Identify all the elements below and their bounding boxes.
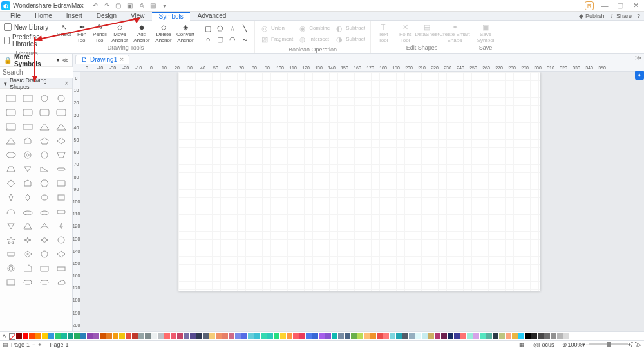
color-swatch[interactable] (126, 333, 131, 339)
color-swatch[interactable] (460, 333, 466, 339)
palette-shape[interactable] (37, 149, 52, 161)
color-swatch[interactable] (512, 333, 518, 339)
tab-home[interactable]: Home (28, 12, 59, 21)
color-swatch[interactable] (390, 333, 395, 339)
share-button[interactable]: ⇪ Share (609, 13, 632, 19)
color-swatch[interactable] (35, 333, 41, 339)
color-swatch[interactable] (473, 333, 479, 339)
color-swatch[interactable] (190, 333, 196, 339)
color-swatch[interactable] (113, 333, 118, 339)
grid-icon[interactable]: ▦ (519, 342, 525, 348)
color-swatch[interactable] (525, 333, 531, 339)
palette-shape[interactable] (54, 206, 68, 217)
color-swatch[interactable] (74, 333, 80, 339)
line-icon[interactable]: ╲ (240, 24, 250, 33)
color-swatch[interactable] (467, 333, 473, 339)
color-swatch[interactable] (415, 333, 421, 339)
more-icon[interactable]: ▾ (161, 2, 169, 10)
tab-file[interactable]: File (4, 12, 27, 21)
color-swatch[interactable] (319, 333, 325, 339)
palette-shape[interactable] (4, 149, 18, 161)
color-swatch[interactable] (196, 333, 202, 339)
curve-icon[interactable]: ～ (240, 35, 250, 44)
move-anchor-button[interactable]: ◇MoveAnchor (110, 22, 129, 43)
color-swatch[interactable] (441, 333, 447, 339)
color-swatch[interactable] (377, 333, 383, 339)
maximize-button[interactable]: ▢ (616, 1, 625, 10)
roundrect-icon[interactable]: ▢ (215, 35, 225, 44)
undo-icon[interactable]: ↶ (91, 2, 99, 10)
color-swatch[interactable] (370, 333, 376, 339)
color-swatch[interactable] (100, 333, 106, 339)
color-swatch[interactable] (396, 333, 402, 339)
palette-shape[interactable] (37, 220, 52, 232)
palette-shape[interactable] (4, 277, 18, 288)
tab-advanced[interactable]: Advanced (191, 12, 232, 21)
palette-shape[interactable] (54, 262, 68, 274)
palette-shape[interactable] (4, 234, 18, 246)
color-swatch[interactable] (287, 333, 292, 339)
color-swatch[interactable] (222, 333, 228, 339)
color-swatch[interactable] (229, 333, 234, 339)
color-swatch[interactable] (551, 333, 556, 339)
pencil-tool-button[interactable]: ✎PencilTool (92, 22, 108, 43)
arc-icon[interactable]: ◠ (227, 35, 238, 44)
palette-shape[interactable] (4, 220, 18, 232)
print-icon[interactable]: ⎙ (138, 2, 146, 10)
color-swatch[interactable] (493, 333, 498, 339)
palette-shape[interactable] (54, 277, 68, 288)
color-swatch[interactable] (138, 333, 144, 339)
palette-shape[interactable] (21, 234, 35, 246)
palette-shape[interactable] (4, 262, 18, 274)
color-swatch[interactable] (248, 333, 254, 339)
color-swatch[interactable] (16, 333, 22, 339)
color-swatch[interactable] (422, 333, 428, 339)
color-swatch[interactable] (357, 333, 363, 339)
color-swatch[interactable] (274, 333, 279, 339)
drawing-page[interactable] (178, 72, 540, 291)
color-swatch[interactable] (203, 333, 209, 339)
color-swatch[interactable] (235, 333, 241, 339)
help-icon[interactable]: ? (637, 13, 640, 19)
page-tab-label[interactable]: Page-1 (11, 342, 30, 348)
palette-shape[interactable] (21, 93, 35, 104)
circle-icon[interactable]: ○ (203, 35, 213, 44)
color-swatch[interactable] (29, 333, 35, 339)
palette-shape[interactable] (21, 121, 35, 133)
palette-shape[interactable] (37, 206, 52, 217)
palette-shape[interactable] (21, 107, 35, 118)
palette-shape[interactable] (21, 277, 35, 288)
color-swatch[interactable] (332, 333, 337, 339)
pentagon-icon[interactable]: ⬠ (215, 24, 225, 33)
palette-shape[interactable] (54, 121, 68, 133)
palette-shape[interactable] (4, 163, 18, 175)
focus-icon[interactable]: ◎ (533, 342, 538, 348)
color-swatch[interactable] (544, 333, 550, 339)
palette-shape[interactable] (37, 234, 52, 246)
focus-label[interactable]: Focus (538, 342, 554, 348)
new-library-button[interactable]: New Library (4, 23, 50, 31)
palette-shape[interactable] (21, 248, 35, 260)
pen-tool-button[interactable]: ✒PenTool (74, 22, 90, 43)
redo-icon[interactable]: ↷ (103, 2, 111, 10)
palette-shape[interactable] (37, 163, 52, 175)
color-swatch[interactable] (383, 333, 389, 339)
color-swatch[interactable] (106, 333, 112, 339)
palette-shape[interactable] (4, 121, 18, 133)
page-tab-icon[interactable]: ▤ (3, 342, 8, 348)
color-swatch[interactable] (499, 333, 505, 339)
select-tool-button[interactable]: ↖Select (56, 22, 71, 43)
add-tab-button[interactable]: + (131, 55, 143, 64)
color-swatch[interactable] (299, 333, 305, 339)
fullscreen-icon[interactable]: ⛶ (631, 342, 637, 348)
palette-shape[interactable] (54, 178, 68, 189)
color-swatch[interactable] (119, 333, 125, 339)
color-swatch[interactable] (338, 333, 344, 339)
color-swatch[interactable] (242, 333, 247, 339)
palette-shape[interactable] (4, 135, 18, 147)
add-anchor-button[interactable]: ◆AddAnchor (132, 22, 151, 43)
palette-shape[interactable] (54, 93, 68, 104)
user-avatar[interactable]: R (585, 1, 594, 10)
color-swatch[interactable] (570, 333, 576, 339)
color-swatch[interactable] (557, 333, 563, 339)
